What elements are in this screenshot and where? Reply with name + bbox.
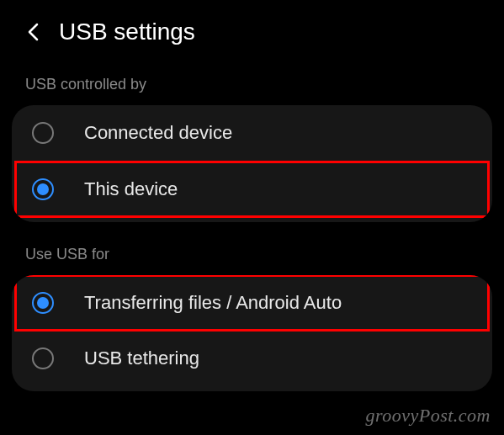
option-label: This device [84, 178, 178, 200]
page-title: USB settings [59, 19, 195, 45]
controlled-by-card: Connected device This device [12, 105, 492, 222]
section-label-use-for: Use USB for [0, 222, 504, 268]
option-usb-tethering[interactable]: USB tethering [12, 331, 492, 386]
header: USB settings [0, 0, 504, 52]
use-for-card: Transferring files / Android Auto USB te… [12, 275, 492, 391]
section-label-controlled-by: USB controlled by [0, 52, 504, 98]
option-label: USB tethering [84, 347, 199, 369]
option-connected-device[interactable]: Connected device [12, 105, 492, 161]
radio-checked-icon [32, 178, 54, 200]
option-this-device[interactable]: This device [15, 162, 489, 217]
radio-unchecked-icon [32, 122, 54, 144]
radio-unchecked-icon [32, 347, 54, 369]
watermark: groovyPost.com [365, 405, 491, 427]
back-icon[interactable] [25, 24, 42, 40]
option-label: Transferring files / Android Auto [84, 292, 342, 314]
radio-checked-icon [32, 292, 54, 314]
option-label: Connected device [84, 122, 232, 144]
option-transferring-files[interactable]: Transferring files / Android Auto [15, 275, 489, 331]
